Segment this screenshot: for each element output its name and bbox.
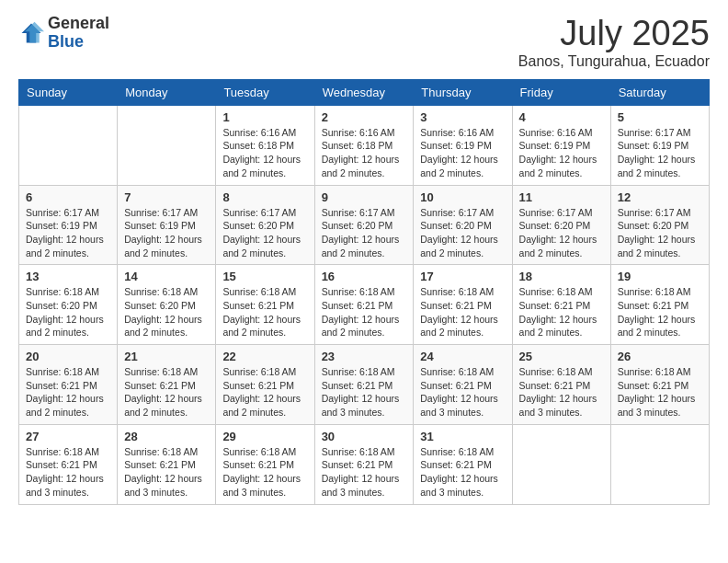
title-area: July 2025 Banos, Tungurahua, Ecuador bbox=[518, 15, 710, 70]
day-info: Sunrise: 6:16 AMSunset: 6:19 PMDaylight:… bbox=[519, 126, 604, 180]
calendar-cell: 10Sunrise: 6:17 AMSunset: 6:20 PMDayligh… bbox=[414, 185, 512, 265]
day-number: 15 bbox=[222, 270, 307, 283]
day-number: 21 bbox=[124, 350, 209, 363]
calendar-cell: 18Sunrise: 6:18 AMSunset: 6:21 PMDayligh… bbox=[512, 265, 610, 345]
logo-blue-text: Blue bbox=[48, 32, 84, 51]
day-info: Sunrise: 6:17 AMSunset: 6:20 PMDaylight:… bbox=[519, 206, 604, 260]
calendar-cell: 31Sunrise: 6:18 AMSunset: 6:21 PMDayligh… bbox=[414, 424, 512, 504]
calendar-cell bbox=[512, 424, 610, 504]
day-info: Sunrise: 6:18 AMSunset: 6:21 PMDaylight:… bbox=[26, 365, 110, 419]
day-info: Sunrise: 6:17 AMSunset: 6:19 PMDaylight:… bbox=[124, 206, 209, 260]
day-info: Sunrise: 6:16 AMSunset: 6:19 PMDaylight:… bbox=[420, 126, 505, 180]
day-info: Sunrise: 6:18 AMSunset: 6:20 PMDaylight:… bbox=[124, 285, 209, 339]
calendar-cell bbox=[610, 424, 709, 504]
day-number: 2 bbox=[322, 110, 407, 124]
calendar-cell: 29Sunrise: 6:18 AMSunset: 6:21 PMDayligh… bbox=[216, 424, 314, 504]
calendar-cell: 15Sunrise: 6:18 AMSunset: 6:21 PMDayligh… bbox=[216, 265, 314, 345]
day-info: Sunrise: 6:16 AMSunset: 6:18 PMDaylight:… bbox=[222, 126, 307, 180]
calendar-cell: 13Sunrise: 6:18 AMSunset: 6:20 PMDayligh… bbox=[19, 265, 118, 345]
calendar-cell: 30Sunrise: 6:18 AMSunset: 6:21 PMDayligh… bbox=[314, 424, 414, 504]
calendar-cell: 2Sunrise: 6:16 AMSunset: 6:18 PMDaylight… bbox=[314, 105, 414, 185]
day-info: Sunrise: 6:18 AMSunset: 6:21 PMDaylight:… bbox=[124, 445, 209, 500]
day-info: Sunrise: 6:18 AMSunset: 6:21 PMDaylight:… bbox=[222, 365, 307, 419]
day-info: Sunrise: 6:18 AMSunset: 6:21 PMDaylight:… bbox=[222, 285, 307, 339]
calendar-cell: 9Sunrise: 6:17 AMSunset: 6:20 PMDaylight… bbox=[314, 185, 414, 265]
day-number: 24 bbox=[420, 350, 505, 363]
month-title: July 2025 bbox=[518, 15, 710, 53]
day-header-wednesday: Wednesday bbox=[314, 79, 414, 105]
day-info: Sunrise: 6:17 AMSunset: 6:19 PMDaylight:… bbox=[618, 126, 702, 180]
day-info: Sunrise: 6:18 AMSunset: 6:21 PMDaylight:… bbox=[322, 445, 407, 500]
day-info: Sunrise: 6:18 AMSunset: 6:21 PMDaylight:… bbox=[124, 365, 209, 419]
day-header-sunday: Sunday bbox=[19, 79, 118, 105]
calendar-cell: 14Sunrise: 6:18 AMSunset: 6:20 PMDayligh… bbox=[118, 265, 216, 345]
day-number: 25 bbox=[519, 350, 604, 363]
day-info: Sunrise: 6:18 AMSunset: 6:21 PMDaylight:… bbox=[420, 445, 505, 500]
day-info: Sunrise: 6:17 AMSunset: 6:20 PMDaylight:… bbox=[322, 206, 407, 260]
day-info: Sunrise: 6:18 AMSunset: 6:21 PMDaylight:… bbox=[519, 285, 604, 339]
calendar-cell: 20Sunrise: 6:18 AMSunset: 6:21 PMDayligh… bbox=[19, 345, 118, 425]
calendar-cell bbox=[19, 105, 118, 185]
day-number: 28 bbox=[124, 430, 209, 443]
header: General Blue July 2025 Banos, Tungurahua… bbox=[18, 15, 710, 70]
day-info: Sunrise: 6:18 AMSunset: 6:21 PMDaylight:… bbox=[420, 285, 505, 339]
logo: General Blue bbox=[18, 15, 109, 52]
calendar-cell: 22Sunrise: 6:18 AMSunset: 6:21 PMDayligh… bbox=[216, 345, 314, 425]
day-number: 26 bbox=[618, 350, 702, 363]
day-info: Sunrise: 6:17 AMSunset: 6:20 PMDaylight:… bbox=[618, 206, 702, 260]
day-number: 17 bbox=[420, 270, 505, 283]
day-header-tuesday: Tuesday bbox=[216, 79, 314, 105]
calendar-cell: 26Sunrise: 6:18 AMSunset: 6:21 PMDayligh… bbox=[610, 345, 709, 425]
calendar-cell: 5Sunrise: 6:17 AMSunset: 6:19 PMDaylight… bbox=[610, 105, 709, 185]
day-number: 7 bbox=[124, 190, 209, 204]
day-header-friday: Friday bbox=[512, 79, 610, 105]
calendar-cell: 16Sunrise: 6:18 AMSunset: 6:21 PMDayligh… bbox=[314, 265, 414, 345]
day-number: 16 bbox=[322, 270, 407, 283]
logo-icon bbox=[18, 20, 44, 46]
calendar-cell: 7Sunrise: 6:17 AMSunset: 6:19 PMDaylight… bbox=[118, 185, 216, 265]
day-number: 13 bbox=[26, 270, 110, 283]
day-info: Sunrise: 6:16 AMSunset: 6:18 PMDaylight:… bbox=[322, 126, 407, 180]
day-info: Sunrise: 6:18 AMSunset: 6:21 PMDaylight:… bbox=[222, 445, 307, 500]
calendar-table: SundayMondayTuesdayWednesdayThursdayFrid… bbox=[18, 79, 710, 505]
day-number: 20 bbox=[26, 350, 110, 363]
day-number: 1 bbox=[222, 110, 307, 124]
calendar-cell: 25Sunrise: 6:18 AMSunset: 6:21 PMDayligh… bbox=[512, 345, 610, 425]
day-header-thursday: Thursday bbox=[414, 79, 512, 105]
calendar-cell: 24Sunrise: 6:18 AMSunset: 6:21 PMDayligh… bbox=[414, 345, 512, 425]
week-row-4: 20Sunrise: 6:18 AMSunset: 6:21 PMDayligh… bbox=[19, 345, 710, 425]
day-number: 9 bbox=[322, 190, 407, 204]
calendar-cell: 1Sunrise: 6:16 AMSunset: 6:18 PMDaylight… bbox=[216, 105, 314, 185]
calendar-cell: 17Sunrise: 6:18 AMSunset: 6:21 PMDayligh… bbox=[414, 265, 512, 345]
calendar-cell: 21Sunrise: 6:18 AMSunset: 6:21 PMDayligh… bbox=[118, 345, 216, 425]
week-row-5: 27Sunrise: 6:18 AMSunset: 6:21 PMDayligh… bbox=[19, 424, 710, 504]
day-number: 27 bbox=[26, 430, 110, 443]
logo-general-text: General bbox=[48, 14, 109, 32]
calendar-cell: 4Sunrise: 6:16 AMSunset: 6:19 PMDaylight… bbox=[512, 105, 610, 185]
day-info: Sunrise: 6:17 AMSunset: 6:20 PMDaylight:… bbox=[222, 206, 307, 260]
day-number: 11 bbox=[519, 190, 604, 204]
day-info: Sunrise: 6:18 AMSunset: 6:21 PMDaylight:… bbox=[26, 445, 110, 500]
day-number: 18 bbox=[519, 270, 604, 283]
day-info: Sunrise: 6:18 AMSunset: 6:20 PMDaylight:… bbox=[26, 285, 110, 339]
day-info: Sunrise: 6:18 AMSunset: 6:21 PMDaylight:… bbox=[322, 365, 407, 419]
calendar-cell: 12Sunrise: 6:17 AMSunset: 6:20 PMDayligh… bbox=[610, 185, 709, 265]
day-info: Sunrise: 6:18 AMSunset: 6:21 PMDaylight:… bbox=[322, 285, 407, 339]
calendar-cell bbox=[118, 105, 216, 185]
day-info: Sunrise: 6:18 AMSunset: 6:21 PMDaylight:… bbox=[618, 285, 702, 339]
day-number: 6 bbox=[26, 190, 110, 204]
day-info: Sunrise: 6:18 AMSunset: 6:21 PMDaylight:… bbox=[420, 365, 505, 419]
week-row-3: 13Sunrise: 6:18 AMSunset: 6:20 PMDayligh… bbox=[19, 265, 710, 345]
day-number: 5 bbox=[618, 110, 702, 124]
week-row-2: 6Sunrise: 6:17 AMSunset: 6:19 PMDaylight… bbox=[19, 185, 710, 265]
calendar-cell: 23Sunrise: 6:18 AMSunset: 6:21 PMDayligh… bbox=[314, 345, 414, 425]
day-number: 4 bbox=[519, 110, 604, 124]
day-info: Sunrise: 6:18 AMSunset: 6:21 PMDaylight:… bbox=[519, 365, 604, 419]
calendar-cell: 8Sunrise: 6:17 AMSunset: 6:20 PMDaylight… bbox=[216, 185, 314, 265]
day-info: Sunrise: 6:17 AMSunset: 6:19 PMDaylight:… bbox=[26, 206, 110, 260]
day-header-saturday: Saturday bbox=[610, 79, 709, 105]
day-number: 10 bbox=[420, 190, 505, 204]
day-number: 29 bbox=[222, 430, 307, 443]
calendar-cell: 6Sunrise: 6:17 AMSunset: 6:19 PMDaylight… bbox=[19, 185, 118, 265]
day-number: 14 bbox=[124, 270, 209, 283]
